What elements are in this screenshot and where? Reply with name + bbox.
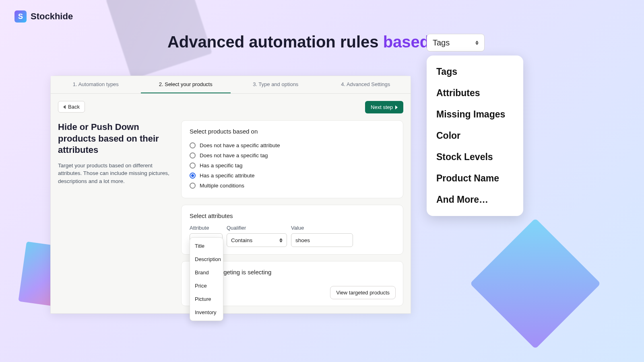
attribute-dropdown-menu: Title Description Brand Price Picture In… bbox=[190, 237, 223, 321]
attribute-option[interactable]: Price bbox=[190, 279, 223, 292]
back-label: Back bbox=[68, 104, 80, 110]
basedon-option[interactable]: Missing Images bbox=[427, 104, 523, 125]
basedon-dropdown-menu: Tags Attributes Missing Images Color Sto… bbox=[427, 56, 523, 216]
next-step-label: Next step bbox=[371, 104, 393, 110]
radio-icon bbox=[190, 162, 196, 169]
wizard-tab[interactable]: 1. Automation types bbox=[51, 76, 141, 93]
radio-icon bbox=[190, 173, 196, 179]
next-step-button[interactable]: Next step bbox=[365, 101, 403, 113]
left-description: Target your products based on different … bbox=[58, 162, 174, 185]
attribute-option[interactable]: Title bbox=[190, 239, 223, 253]
brand-logo-text: Stockhide bbox=[31, 11, 73, 22]
radio-option[interactable]: Multiple conditions bbox=[190, 181, 395, 191]
view-targeted-products-button[interactable]: View targeted products bbox=[330, 286, 396, 299]
page-headline: Advanced automation rules based on: bbox=[167, 33, 459, 51]
value-input[interactable]: shoes bbox=[291, 233, 353, 247]
card-heading: Select products based on bbox=[190, 128, 395, 135]
select-products-card: Select products based on Does not have a… bbox=[181, 120, 403, 198]
card-heading: Select attributes bbox=[190, 212, 395, 219]
attribute-option[interactable]: Picture bbox=[190, 292, 223, 306]
qualifier-label: Qualifier bbox=[227, 225, 287, 231]
basedon-option[interactable]: Tags bbox=[427, 61, 523, 82]
basedon-select-value: Tags bbox=[433, 38, 450, 47]
chevron-left-icon bbox=[63, 105, 66, 109]
brand-logo: S Stockhide bbox=[14, 10, 73, 23]
basedon-option[interactable]: Stock Levels bbox=[427, 146, 523, 168]
value-label: Value bbox=[291, 225, 353, 231]
wizard-tab[interactable]: 3. Type and options bbox=[231, 76, 321, 93]
decorative-cube bbox=[470, 218, 601, 349]
radio-option[interactable]: Has a specific tag bbox=[190, 160, 395, 171]
sort-caret-icon bbox=[475, 41, 479, 45]
app-window: 1. Automation types 2. Select your produ… bbox=[50, 76, 411, 314]
basedon-option[interactable]: And More… bbox=[427, 189, 523, 210]
radio-icon bbox=[190, 183, 196, 189]
qualifier-select[interactable]: Contains bbox=[227, 233, 287, 247]
wizard-tab[interactable]: 4. Advanced Settings bbox=[321, 76, 411, 93]
radio-icon bbox=[190, 142, 196, 148]
brand-logo-icon: S bbox=[14, 10, 27, 23]
chevron-right-icon bbox=[395, 105, 398, 109]
attribute-option[interactable]: Description bbox=[190, 253, 223, 266]
radio-option[interactable]: Does not have a specific tag bbox=[190, 150, 395, 160]
left-title: Hide or Push Down products based on thei… bbox=[58, 121, 174, 156]
sort-caret-icon bbox=[279, 238, 283, 243]
radio-option[interactable]: Does not have a specific attribute bbox=[190, 140, 395, 150]
select-attributes-card: Select attributes Attribute Title Qualif… bbox=[181, 205, 403, 255]
basedon-option[interactable]: Color bbox=[427, 125, 523, 146]
radio-option[interactable]: Has a specific attribute bbox=[190, 171, 395, 181]
right-column: Select products based on Does not have a… bbox=[181, 120, 403, 306]
wizard-tab[interactable]: 2. Select your products bbox=[141, 76, 231, 93]
left-column: Back Hide or Push Down products based on… bbox=[58, 101, 174, 185]
basedon-select[interactable]: Tags bbox=[427, 34, 485, 51]
wizard-tabs: 1. Automation types 2. Select your produ… bbox=[51, 76, 411, 94]
attribute-option[interactable]: Inventory bbox=[190, 306, 223, 319]
attribute-label: Attribute bbox=[190, 225, 223, 231]
basedon-option[interactable]: Product Name bbox=[427, 168, 523, 189]
attribute-option[interactable]: Brand bbox=[190, 266, 223, 279]
back-button[interactable]: Back bbox=[58, 101, 85, 113]
basedon-option[interactable]: Attributes bbox=[427, 82, 523, 104]
radio-icon bbox=[190, 152, 196, 158]
